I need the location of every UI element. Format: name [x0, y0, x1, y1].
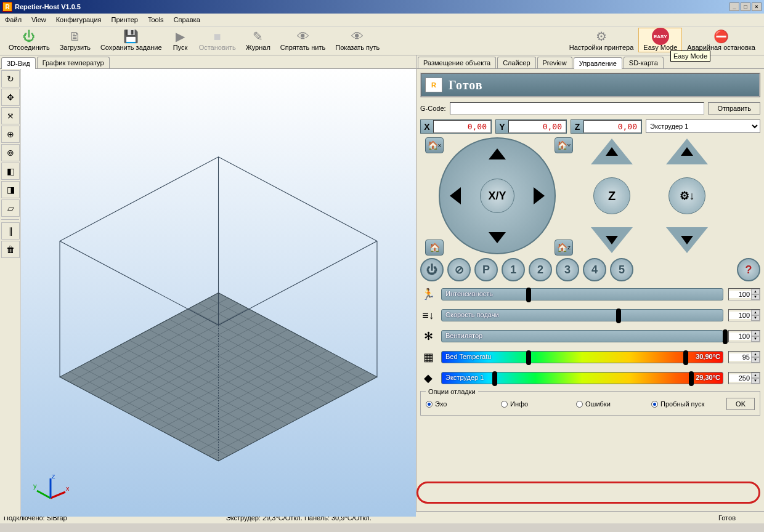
extrude-settings-button[interactable]: ⚙↓ — [668, 177, 705, 214]
gcode-input[interactable] — [450, 102, 705, 115]
view-iso-icon[interactable]: ◧ — [1, 163, 20, 180]
home-y-button[interactable]: 🏠Y — [555, 137, 573, 153]
feedrate-value[interactable]: ▲▼ — [728, 309, 760, 321]
show-path-button[interactable]: 👁Показать путь — [330, 28, 384, 52]
menu-view[interactable]: View — [31, 16, 46, 23]
tab-sd-card[interactable]: SD-карта — [624, 57, 664, 68]
menu-tools[interactable]: Tools — [148, 16, 164, 23]
easy-mode-button[interactable]: EASYEasy Mode — [638, 28, 682, 52]
svg-line-36 — [37, 491, 51, 498]
tab-slicer[interactable]: Слайсер — [497, 57, 535, 68]
3d-viewport[interactable]: xyz — [21, 69, 416, 517]
tab-temp-graph[interactable]: График температур — [37, 57, 110, 68]
maximize-button[interactable]: □ — [741, 2, 750, 11]
command-row: ⏻ ⊘ P 1 2 3 4 5 ? — [420, 258, 760, 281]
start-button[interactable]: ▶Пуск — [167, 28, 194, 52]
easy-mode-tooltip: Easy Mode — [670, 50, 710, 62]
menu-config[interactable]: Конфигурация — [56, 16, 102, 23]
axes-icon[interactable]: ∥ — [1, 222, 20, 240]
extruder-temp-row: ◆ Экструдер 1 29,30°C ▲▼ — [420, 370, 760, 386]
zoom-in-icon[interactable]: ⊕ — [1, 126, 20, 143]
y-coord[interactable]: Y0,00 — [495, 119, 567, 134]
speed-3-button[interactable]: 3 — [556, 258, 579, 281]
tab-control[interactable]: Управление — [574, 57, 622, 69]
extrude-button[interactable] — [666, 227, 708, 253]
xy-center: X/Y — [480, 179, 514, 213]
home-z-button[interactable]: 🏠Z — [555, 240, 573, 256]
load-button[interactable]: 🗎Загрузить — [55, 28, 96, 52]
delete-icon[interactable]: 🗑 — [1, 241, 20, 258]
emergency-stop-button[interactable]: ⛔Аварийная остановка — [682, 28, 760, 52]
print-volume-wireframe — [21, 69, 416, 517]
gcode-send-button[interactable]: Отправить — [708, 102, 760, 115]
fan-slider[interactable]: Вентилятор — [441, 330, 723, 342]
left-tabs: 3D-ВидГрафик температур — [0, 55, 416, 69]
y-minus-button[interactable] — [489, 232, 506, 243]
save-job-button[interactable]: 💾Сохранить задание — [96, 28, 167, 52]
menu-help[interactable]: Справка — [174, 16, 200, 23]
speed-5-button[interactable]: 5 — [610, 258, 633, 281]
feedrate-slider[interactable]: Скорость подачи — [441, 309, 723, 321]
bed-temp-value[interactable]: ▲▼ — [728, 351, 760, 363]
status-state: Готов — [718, 514, 760, 522]
debug-info[interactable]: Инфо — [501, 398, 571, 410]
app-icon: R — [2, 2, 12, 12]
minimize-button[interactable]: _ — [729, 2, 739, 11]
y-plus-button[interactable] — [489, 148, 506, 159]
stop-button[interactable]: ■Остановить — [194, 28, 241, 52]
menu-printer[interactable]: Принтер — [112, 16, 138, 23]
help-button[interactable]: ? — [737, 258, 760, 281]
zoom-fit-icon[interactable]: ⊚ — [1, 144, 20, 161]
extruder-temp-slider[interactable]: Экструдер 1 29,30°C — [441, 372, 723, 384]
right-pane: Размещение объектаСлайсерPreviewУправлен… — [417, 55, 764, 511]
pan-icon[interactable]: ⤧ — [1, 107, 20, 124]
debug-errors[interactable]: Ошибки — [576, 398, 646, 410]
tab-preview[interactable]: Preview — [537, 57, 572, 68]
debug-echo[interactable]: Эхо — [426, 398, 496, 410]
feedrate-icon: ≡↓ — [420, 309, 436, 322]
fan-value[interactable]: ▲▼ — [728, 330, 760, 342]
tab-3d-view[interactable]: 3D-Вид — [1, 57, 36, 69]
printer-settings-button[interactable]: ⚙Настройки принтера — [564, 28, 639, 52]
window-title: Repetier-Host V1.0.5 — [15, 3, 728, 10]
speed-1-button[interactable]: 1 — [502, 258, 525, 281]
z-minus-button[interactable] — [591, 227, 633, 253]
power-button[interactable]: ⏻ — [420, 258, 444, 281]
park-button[interactable]: P — [474, 258, 498, 281]
move-icon[interactable]: ✥ — [1, 89, 20, 106]
connect-button[interactable]: ⏻Отсоединить — [4, 28, 55, 52]
movement-panel: 🏠X 🏠Y 🏠 🏠Z X/Y Z ⚙↓ — [420, 137, 760, 256]
speed-multiplier-value[interactable]: ▲▼ — [728, 288, 760, 300]
extruder-temp-value[interactable]: ▲▼ — [728, 372, 760, 384]
speed-multiplier-slider[interactable]: Интенсивность — [441, 288, 723, 300]
home-all-button[interactable]: 🏠 — [425, 240, 444, 256]
retract-button[interactable] — [666, 139, 708, 164]
side-toolbar: ↻✥⤧⊕⊚◧◨▱∥🗑 — [0, 69, 21, 517]
log-button[interactable]: ✎Журнал — [241, 28, 275, 52]
tab-object-placement[interactable]: Размещение объекта — [418, 57, 496, 68]
extruder-select[interactable]: Экструдер 1 — [646, 119, 760, 133]
home-x-button[interactable]: 🏠X — [425, 137, 444, 153]
feedrate-row: ≡↓ Скорость подачи ▲▼ — [420, 307, 760, 323]
debug-ok-button[interactable]: OK — [726, 398, 755, 410]
bed-temp-slider[interactable]: Bed Temperatu 30,90°C — [441, 351, 723, 363]
speed-4-button[interactable]: 4 — [583, 258, 606, 281]
motors-off-button[interactable]: ⊘ — [447, 258, 471, 281]
hide-filament-button[interactable]: 👁Спрятать нить — [275, 28, 330, 52]
svg-line-35 — [51, 492, 65, 498]
left-pane: 3D-ВидГрафик температур ↻✥⤧⊕⊚◧◨▱∥🗑 xyz — [0, 55, 417, 511]
axis-gizmo: xyz — [32, 474, 69, 506]
x-coord[interactable]: X0,00 — [420, 119, 492, 134]
refresh-icon[interactable]: ↻ — [1, 70, 20, 87]
menu-file[interactable]: Файл — [5, 16, 22, 23]
view-front-icon[interactable]: ◨ — [1, 181, 20, 198]
toolbar: ⏻Отсоединить🗎Загрузить💾Сохранить задание… — [0, 26, 764, 55]
view-top-icon[interactable]: ▱ — [1, 200, 20, 217]
z-plus-button[interactable] — [591, 139, 633, 164]
x-minus-button[interactable] — [450, 187, 461, 204]
debug-dry-run[interactable]: Пробный пуск — [651, 398, 721, 410]
speed-2-button[interactable]: 2 — [529, 258, 552, 281]
close-button[interactable]: × — [752, 2, 762, 11]
z-coord[interactable]: Z0,00 — [571, 119, 642, 134]
x-plus-button[interactable] — [534, 187, 545, 204]
